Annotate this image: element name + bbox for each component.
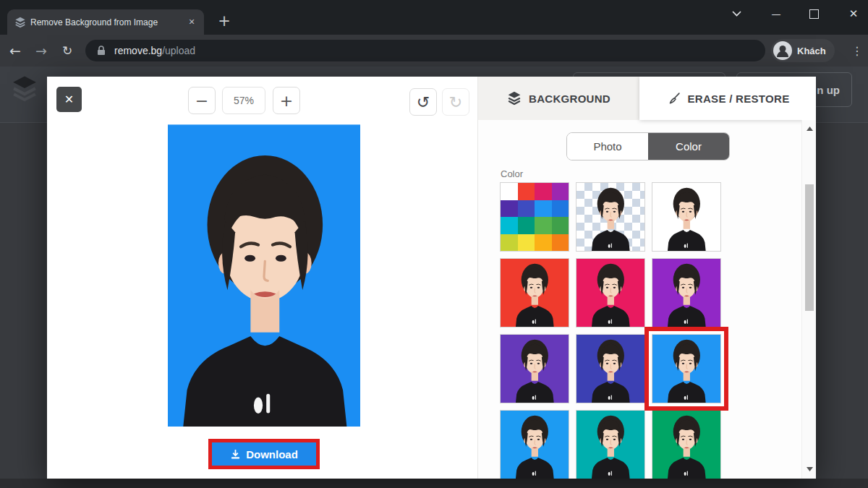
chevron-down-icon [732, 11, 741, 17]
maximize-icon [809, 9, 819, 19]
layers-icon [507, 91, 522, 106]
url-host: remove.bg [114, 45, 162, 56]
swatch-color-6[interactable] [500, 334, 569, 403]
swatch-color-9[interactable] [500, 410, 569, 479]
browser-titlebar: Remove Background from Image ✕ + — ✕ [0, 0, 868, 35]
swatch-color-7[interactable] [576, 334, 645, 403]
zoom-out-button[interactable]: − [188, 87, 216, 114]
swatch-color-5[interactable] [652, 258, 721, 328]
toggle-color[interactable]: Color [648, 133, 729, 160]
back-button[interactable]: ← [4, 40, 26, 61]
minimize-button[interactable]: — [765, 4, 787, 23]
scroll-up-button[interactable] [802, 123, 816, 134]
close-editor-button[interactable]: ✕ [56, 87, 82, 112]
site-logo-layers-icon [10, 75, 39, 103]
tab-background-label: BACKGROUND [529, 93, 610, 105]
background-panel: BACKGROUND ERASE / RESTORE Photo Color C… [477, 77, 816, 479]
swatch-color-1[interactable] [576, 182, 645, 252]
forward-button[interactable]: → [30, 40, 52, 61]
tab-erase-restore-label: ERASE / RESTORE [688, 93, 790, 105]
zoom-in-button[interactable]: + [273, 87, 300, 114]
undo-button[interactable]: ↺ [409, 88, 437, 116]
tab-close-icon[interactable]: ✕ [185, 16, 198, 29]
redo-button[interactable]: ↻ [442, 88, 469, 116]
tab-background[interactable]: BACKGROUND [478, 77, 639, 120]
panel-tabs: BACKGROUND ERASE / RESTORE [478, 77, 816, 120]
panel-scrollbar [801, 120, 816, 479]
window-chevron-button[interactable] [726, 4, 747, 23]
address-bar[interactable]: remove.bg /upload [85, 40, 765, 61]
swatch-color-11[interactable] [652, 410, 721, 479]
maximize-button[interactable] [803, 4, 825, 23]
avatar-icon [773, 41, 792, 60]
zoom-level: 57% [222, 87, 265, 114]
profile-button[interactable]: Khách [771, 39, 835, 62]
lock-icon [95, 45, 107, 56]
window-close-button[interactable]: ✕ [843, 4, 864, 23]
menu-button[interactable]: ⋮ [848, 40, 867, 61]
scroll-down-button[interactable] [802, 463, 816, 475]
swatch-selected[interactable] [652, 334, 721, 403]
tab-erase-restore[interactable]: ERASE / RESTORE [639, 77, 816, 120]
download-label: Download [246, 448, 298, 461]
tab-title: Remove Background from Image [30, 17, 181, 27]
scroll-thumb[interactable] [805, 184, 814, 311]
swatch-color-4[interactable] [576, 258, 645, 328]
profile-label: Khách [797, 46, 826, 56]
download-icon [230, 449, 241, 460]
toggle-photo[interactable]: Photo [567, 133, 648, 160]
download-button[interactable]: Download [212, 442, 316, 466]
swatch-grid [500, 182, 721, 479]
page-bottom-strip [0, 479, 868, 488]
swatch-color-2[interactable] [652, 182, 721, 252]
layers-favicon-icon [14, 17, 26, 28]
browser-tab[interactable]: Remove Background from Image ✕ [7, 9, 204, 35]
color-section-label: Color [501, 168, 523, 179]
url-path: /upload [162, 45, 195, 56]
new-tab-button[interactable]: + [214, 12, 234, 32]
swatch-color-3[interactable] [500, 258, 569, 328]
brush-icon [667, 92, 681, 106]
reload-button[interactable]: ↻ [56, 40, 78, 61]
photo-preview [168, 124, 360, 427]
swatch-palette[interactable] [500, 182, 569, 252]
swatch-color-10[interactable] [576, 410, 645, 479]
download-highlight: Download [208, 439, 320, 469]
photo-color-toggle: Photo Color [566, 132, 730, 160]
editor-dialog: ✕ − 57% + ↺ ↻ Download BA [47, 77, 816, 479]
